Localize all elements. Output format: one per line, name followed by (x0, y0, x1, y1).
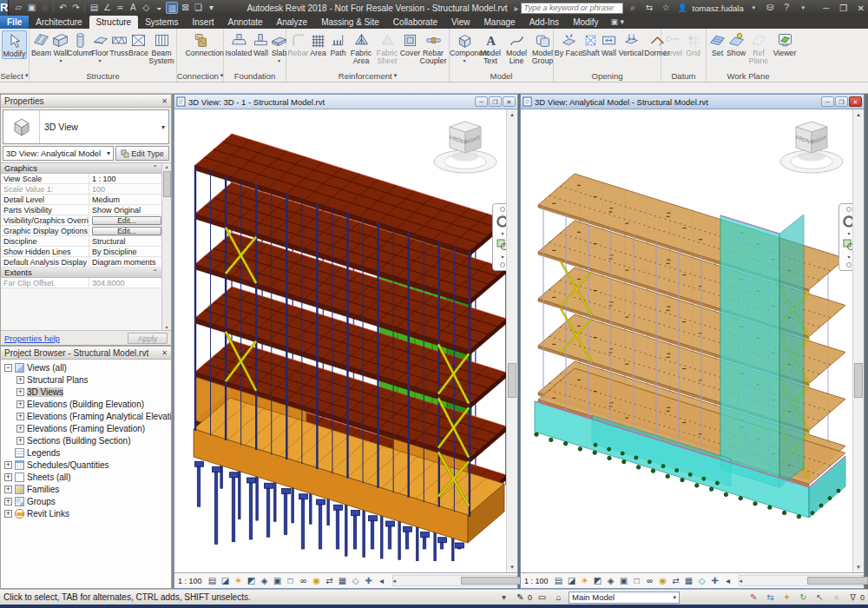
cover-button[interactable]: Cover (400, 30, 420, 57)
property-row[interactable]: Show Hidden Lines By DisciplineBy Discip… (1, 247, 161, 257)
floor-button[interactable]: Floor (90, 30, 109, 65)
crop-region-icon[interactable] (285, 575, 297, 587)
close-hidden-windows-icon[interactable] (179, 2, 191, 14)
user-menu-caret[interactable] (747, 2, 760, 14)
drawing-canvas-physical[interactable]: FRONT RIGHT (174, 109, 517, 573)
brace-button[interactable]: Brace (128, 30, 148, 57)
ribbon-tab[interactable]: File (0, 16, 29, 29)
property-row[interactable]: Scale Value 1: 100100 (1, 184, 161, 195)
exclude-options-icon[interactable] (764, 592, 777, 602)
tree-expander[interactable]: + (4, 473, 12, 481)
browser-tree-item[interactable]: + Elevations (Building Elevation) (1, 398, 171, 410)
edit-button[interactable]: Edit... (92, 216, 161, 225)
component-button[interactable]: Component (451, 30, 477, 65)
temporary-hide-isolate-icon[interactable] (644, 575, 656, 587)
view-window-titlebar[interactable]: 3D View: 3D - 1 - Structural Model.rvt (174, 95, 517, 109)
type-selector[interactable]: 3D View (3, 109, 169, 144)
ribbon-tab[interactable]: Manage (477, 16, 523, 29)
ribbon-tab[interactable]: Modify (566, 16, 605, 29)
search-input[interactable] (521, 3, 623, 14)
crop-view-icon[interactable] (272, 575, 284, 587)
undo-icon[interactable] (56, 2, 69, 14)
property-row[interactable]: Visibility/Graphics Overrides Edit...Edi… (1, 215, 161, 226)
scrollbar-thumb[interactable] (508, 363, 516, 398)
panel-label-work-plane[interactable]: Work Plane (707, 69, 790, 82)
model-group-button[interactable]: Model Group (529, 30, 556, 65)
app-store-cart-icon[interactable] (764, 2, 777, 14)
rendering-dialog-icon[interactable] (605, 575, 617, 587)
wall-opening-button[interactable]: Wall (600, 30, 618, 57)
browser-tree-item[interactable]: Legends (1, 446, 171, 459)
help-menu-caret[interactable] (797, 2, 810, 14)
aligned-dimension-icon[interactable] (114, 2, 126, 14)
select-toggle-icon[interactable] (813, 592, 826, 602)
search-expand-icon[interactable] (515, 3, 519, 13)
edit-button[interactable]: Edit... (92, 227, 161, 235)
detail-level-icon[interactable] (207, 575, 219, 587)
truss-button[interactable]: Truss (109, 30, 128, 57)
active-workset-icon[interactable] (552, 592, 565, 602)
group-header-extents[interactable]: Extents (1, 268, 161, 278)
highlight-displacement-icon[interactable] (363, 575, 375, 587)
panel-label-select[interactable]: Select (0, 69, 29, 82)
horizontal-scrollbar[interactable] (739, 575, 864, 586)
ribbon-tab[interactable]: Systems (138, 16, 185, 29)
sun-path-icon[interactable] (233, 575, 245, 587)
signed-in-username[interactable]: tomasz.fudala (693, 3, 744, 13)
ribbon-tab[interactable]: Annotate (221, 16, 270, 29)
browser-tree-item[interactable]: + Schedules/Quantities (1, 459, 171, 471)
drawing-canvas-analytical[interactable]: FRONT RIGHT (521, 109, 864, 573)
switch-windows-icon[interactable] (192, 2, 204, 14)
open-icon[interactable] (12, 2, 24, 14)
vertical-scrollbar[interactable] (506, 109, 517, 572)
filter-icon[interactable] (846, 592, 859, 602)
ribbon-tab[interactable]: Architecture (29, 16, 89, 29)
window-close-button[interactable] (503, 96, 516, 107)
analytical-model-toggle-icon[interactable] (696, 575, 708, 587)
browser-tree-item[interactable]: + Revit Links (1, 507, 171, 519)
navbar-caret[interactable] (847, 254, 850, 260)
edit-type-button[interactable]: Edit Type (115, 146, 169, 161)
tree-expander[interactable]: + (4, 461, 12, 469)
ref-plane-button[interactable]: Ref Plane (746, 30, 772, 65)
view-scale-button[interactable]: 1 : 100 (524, 577, 549, 585)
connection-button[interactable]: Connection (187, 30, 214, 57)
model-line-button[interactable]: Model Line (503, 30, 529, 65)
scrollbar-thumb[interactable] (854, 363, 863, 398)
links-monitor-icon[interactable] (797, 592, 810, 602)
vertical-scrollbar[interactable] (852, 109, 864, 572)
highlight-displacement-icon[interactable] (709, 575, 721, 587)
user-avatar-icon[interactable]: ♟ (676, 2, 689, 14)
ribbon-tab[interactable]: Analyze (270, 16, 315, 29)
column-button[interactable]: Column (70, 30, 90, 57)
text-icon[interactable] (127, 2, 139, 14)
property-row[interactable]: Parts Visibility Show OriginalShow Origi… (1, 205, 161, 215)
crop-view-icon[interactable] (618, 575, 630, 587)
app-minimize-button[interactable] (820, 3, 832, 13)
ribbon-tab[interactable]: View (444, 16, 477, 29)
redo-icon[interactable] (69, 2, 82, 14)
active-workset-select[interactable]: Main Model (569, 591, 680, 604)
tree-expander[interactable]: − (4, 364, 12, 372)
qat-customize-caret[interactable] (205, 2, 217, 14)
browser-tree-item[interactable]: + Elevations (Framing Analytical Elevati… (1, 410, 171, 422)
browser-tree-item[interactable]: + 3D Views (1, 386, 171, 398)
window-restore-button[interactable] (489, 96, 502, 107)
shadows-icon[interactable] (592, 575, 604, 587)
detail-level-icon[interactable] (553, 575, 565, 587)
beam-button[interactable]: Beam (31, 30, 51, 57)
window-minimize-button[interactable] (821, 96, 834, 107)
property-row[interactable]: Detail Level MediumMedium (1, 195, 161, 205)
panel-label-opening[interactable]: Opening (554, 69, 661, 82)
browser-tree-item[interactable]: + Sections (Building Section) (1, 434, 171, 446)
view-instance-select[interactable]: 3D View: Analytical Model (3, 146, 114, 161)
search-icon[interactable] (627, 2, 640, 14)
tree-expander[interactable]: + (16, 413, 24, 420)
close-icon[interactable] (161, 97, 168, 105)
tree-expander[interactable]: + (4, 510, 12, 518)
tree-expander[interactable]: + (16, 425, 24, 433)
property-row[interactable]: Graphic Display Options Edit...Edit... (1, 226, 161, 236)
view-cube[interactable]: FRONT RIGHT (429, 113, 502, 177)
rebar-button[interactable]: Rebar (288, 30, 308, 57)
wall-foundation-button[interactable]: Wall (252, 30, 270, 57)
